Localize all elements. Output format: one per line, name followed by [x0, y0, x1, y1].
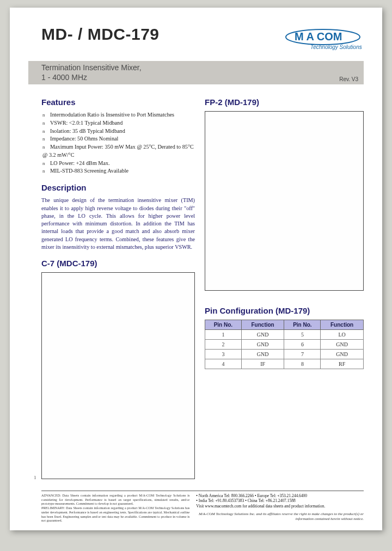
fp2-heading: FP-2 (MD-179): [205, 97, 364, 107]
cell: GND: [321, 350, 364, 359]
footer-disclaimer-left: ADVANCED: Data Sheets contain informatio…: [41, 493, 189, 523]
description-heading: Description: [41, 183, 195, 192]
c7-package-drawing: [41, 272, 195, 479]
revision-label: Rev. V3: [339, 76, 360, 82]
cell: GND: [241, 350, 284, 359]
advanced-note: ADVANCED: Data Sheets contain informatio…: [41, 493, 189, 506]
logo-tagline: Technology Solutions: [310, 44, 362, 50]
cell: 1: [205, 330, 242, 340]
pin-config-heading: Pin Configuration (MD-179): [205, 306, 364, 315]
feature-item: MIL-STD-883 Screening Available: [42, 167, 195, 175]
feature-item: VSWR: <2.0:1 Typical Midband: [42, 119, 195, 127]
header: MD- / MDC-179 M A COM Technology Solutio…: [41, 25, 364, 53]
contact-line: • North America Tel: 800.366.2266 • Euro…: [196, 493, 364, 498]
cell: 4: [205, 359, 242, 369]
cell: 8: [284, 359, 321, 369]
feature-item: Maximum Input Power: 350 mW Max @ 25°C, …: [42, 143, 195, 160]
cell: 5: [284, 330, 321, 340]
rights-disclaimer: M/A-COM Technology Solutions Inc. and it…: [196, 512, 364, 522]
table-row: 4 IF 8 RF: [205, 359, 364, 369]
contact-line: • India Tel: +91.80.43537383 • China Tel…: [196, 498, 364, 503]
pin-configuration-table: Pin No. Function Pin No. Function 1 GND …: [205, 320, 364, 369]
product-subtitle: Termination Insensitive Mixer, 1 - 4000 …: [41, 63, 142, 82]
cell: 3: [205, 350, 242, 359]
cell: IF: [241, 359, 284, 369]
cell: GND: [321, 340, 364, 350]
datasheet-page: MD- / MDC-179 M A COM Technology Solutio…: [10, 8, 382, 530]
page-number: 1: [34, 475, 36, 480]
cell: GND: [241, 340, 284, 350]
visit-line: Visit www.macomtech.com for additional d…: [196, 504, 364, 509]
subtitle-bar: Termination Insensitive Mixer, 1 - 4000 …: [28, 61, 364, 84]
feature-item: Impedance: 50 Ohms Nominal: [42, 135, 195, 143]
cell: LO: [321, 330, 364, 340]
right-column: FP-2 (MD-179) Pin Configuration (MD-179)…: [205, 97, 364, 479]
features-list: Intermodulation Ratio is Insensitive to …: [41, 111, 195, 175]
preliminary-note: PRELIMINARY: Data Sheets contain informa…: [41, 506, 189, 522]
table-row: 2 GND 6 GND: [205, 340, 364, 350]
feature-item: LO Power: +24 dBm Max.: [42, 160, 195, 168]
c7-heading: C-7 (MDC-179): [41, 259, 195, 268]
left-column: Features Intermodulation Ratio is Insens…: [41, 97, 195, 479]
features-heading: Features: [41, 97, 195, 107]
col-header: Pin No.: [284, 320, 321, 330]
footer-contact: • North America Tel: 800.366.2266 • Euro…: [196, 493, 364, 523]
feature-item: Isolation: 35 dB Typical Midband: [42, 127, 195, 136]
table-row: 3 GND 7 GND: [205, 350, 364, 359]
col-header: Pin No.: [205, 320, 242, 330]
footer-divider: [41, 491, 364, 491]
macom-logo: M A COM Technology Solutions: [282, 25, 364, 53]
main-content: Features Intermodulation Ratio is Insens…: [41, 97, 364, 479]
fp2-package-drawing: [205, 111, 364, 291]
cell: 2: [205, 340, 242, 350]
cell: 7: [284, 350, 321, 359]
description-text: The unique design of the termination ins…: [41, 197, 195, 251]
col-header: Function: [321, 320, 364, 330]
subtitle-line2: 1 - 4000 MHz: [41, 73, 87, 82]
table-row: 1 GND 5 LO: [205, 330, 364, 340]
footer: ADVANCED: Data Sheets contain informatio…: [41, 491, 364, 523]
part-number-title: MD- / MDC-179: [41, 25, 160, 44]
feature-item: Intermodulation Ratio is Insensitive to …: [42, 111, 195, 119]
table-header-row: Pin No. Function Pin No. Function: [205, 320, 364, 330]
cell: 6: [284, 340, 321, 350]
cell: GND: [241, 330, 284, 340]
col-header: Function: [241, 320, 284, 330]
svg-text:M A COM: M A COM: [295, 30, 342, 42]
subtitle-line1: Termination Insensitive Mixer,: [41, 63, 142, 72]
cell: RF: [321, 359, 364, 369]
